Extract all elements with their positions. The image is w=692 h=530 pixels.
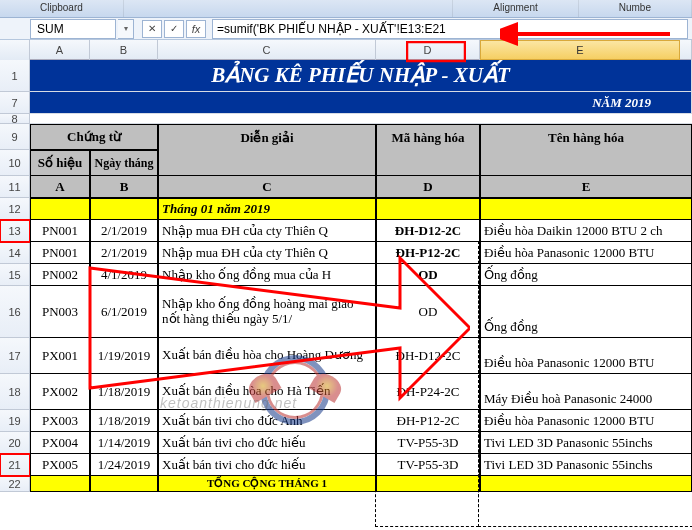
row-header[interactable]: 8 [0, 114, 30, 124]
cells-area[interactable]: BẢNG KÊ PHIẾU NHẬP - XUẤT NĂM 2019 Chứng… [30, 60, 692, 492]
row-header[interactable]: 7 [0, 92, 30, 114]
cell-date[interactable]: 1/18/2019 [90, 410, 158, 432]
select-all-corner[interactable] [0, 40, 30, 60]
cell-date[interactable]: 4/1/2019 [90, 264, 158, 286]
cancel-formula-button[interactable]: ✕ [142, 20, 162, 38]
cell-tenhang[interactable]: Máy Điều hoà Panasonic 24000 [480, 374, 692, 410]
cell-tenhang[interactable]: Điều hòa Daikin 12000 BTU 2 ch [480, 220, 692, 242]
row-header[interactable]: 15 [0, 264, 30, 286]
hdr-sohieu: Số hiệu [30, 150, 90, 176]
cell-date[interactable]: 1/24/2019 [90, 454, 158, 476]
hdr-tenhang: Tên hàng hóa [480, 124, 692, 150]
cell-date[interactable]: 1/18/2019 [90, 374, 158, 410]
ribbon-group-number: Numbe [579, 0, 692, 17]
cell-diengiai[interactable]: Xuất bán điều hòa cho Hoàng Dương [158, 338, 376, 374]
cell-date[interactable]: 1/19/2019 [90, 338, 158, 374]
col-header-f[interactable] [680, 40, 692, 60]
cell-mahang[interactable]: TV-P55-3D [376, 454, 480, 476]
month-cell[interactable] [376, 198, 480, 220]
hdr-ngaythang: Ngày tháng [90, 150, 158, 176]
formula-row: SUM ▾ ✕ ✓ fx =sumif('BK PHIẾU NHẬP - XUẤ… [0, 18, 692, 40]
cell-sohieu[interactable]: PX003 [30, 410, 90, 432]
cell-tenhang[interactable]: Ống đồng [480, 286, 692, 338]
row-header[interactable]: 22 [0, 476, 30, 492]
hdr-e: E [480, 176, 692, 198]
row-header[interactable]: 19 [0, 410, 30, 432]
month-cell[interactable] [30, 198, 90, 220]
col-header-c[interactable]: C [158, 40, 376, 60]
cell-mahang[interactable]: ĐH-D12-2C [376, 338, 480, 374]
col-header-d[interactable]: D [376, 40, 480, 60]
cell-diengiai[interactable]: Nhập kho ống đồng mua của H [158, 264, 376, 286]
cell-sohieu[interactable]: PX004 [30, 432, 90, 454]
cell-mahang[interactable]: OD [376, 286, 480, 338]
cell-date[interactable]: 2/1/2019 [90, 220, 158, 242]
row-header[interactable]: 14 [0, 242, 30, 264]
cell-diengiai[interactable]: Xuất bán tivi cho đức hiếu [158, 432, 376, 454]
cell-mahang[interactable]: ĐH-P12-2C [376, 410, 480, 432]
hdr-chungtu: Chứng từ [30, 124, 158, 150]
formula-bar[interactable]: =sumif('BK PHIẾU NHẬP - XUẤT'!E13:E21 [212, 19, 688, 39]
insert-function-button[interactable]: fx [186, 20, 206, 38]
cell-diengiai[interactable]: Nhập mua ĐH của cty Thiên Q [158, 220, 376, 242]
fx-icon: fx [192, 23, 201, 35]
cell-sohieu[interactable]: PN001 [30, 242, 90, 264]
cell-date[interactable]: 1/14/2019 [90, 432, 158, 454]
cell-diengiai[interactable]: Xuất bán tivi cho đức hiếu [158, 454, 376, 476]
row-header[interactable]: 9 [0, 124, 30, 150]
col-header-a[interactable]: A [30, 40, 90, 60]
col-header-b[interactable]: B [90, 40, 158, 60]
cell-date[interactable]: 6/1/2019 [90, 286, 158, 338]
ribbon-group-alignment: Alignment [453, 0, 578, 17]
hdr-mahang: Mã hàng hóa [376, 124, 480, 150]
hdr-d: D [376, 176, 480, 198]
total-label[interactable]: TỔNG CỘNG THÁNG 1 [158, 476, 376, 492]
cell-diengiai[interactable]: Nhập kho ống đồng hoàng mai giao nốt hàn… [158, 286, 376, 338]
cell-sohieu[interactable]: PN002 [30, 264, 90, 286]
row-header[interactable]: 18 [0, 374, 30, 410]
hdr-a: A [30, 176, 90, 198]
enter-formula-button[interactable]: ✓ [164, 20, 184, 38]
cell-mahang[interactable]: TV-P55-3D [376, 432, 480, 454]
total-cell[interactable] [30, 476, 90, 492]
row-header[interactable]: 12 [0, 198, 30, 220]
cell-tenhang[interactable]: Điều hòa Panasonic 12000 BTU [480, 410, 692, 432]
month-cell[interactable] [90, 198, 158, 220]
cell-sohieu[interactable]: PX005 [30, 454, 90, 476]
row-header[interactable]: 11 [0, 176, 30, 198]
row-header[interactable]: 13 [0, 220, 30, 242]
cell-sohieu[interactable]: PX002 [30, 374, 90, 410]
cell-tenhang[interactable]: Tivi LED 3D Panasonic 55inchs [480, 454, 692, 476]
cell-mahang[interactable]: OD [376, 264, 480, 286]
cell-tenhang[interactable]: Ống đồng [480, 264, 692, 286]
row-header[interactable]: 1 [0, 60, 30, 92]
name-box-dropdown[interactable]: ▾ [118, 19, 134, 39]
month-label[interactable]: Tháng 01 năm 2019 [158, 198, 376, 220]
cell-sohieu[interactable]: PN001 [30, 220, 90, 242]
row-header[interactable]: 10 [0, 150, 30, 176]
cell-tenhang[interactable]: Điều hòa Panasonic 12000 BTU [480, 242, 692, 264]
cell-sohieu[interactable]: PX001 [30, 338, 90, 374]
cell-diengiai[interactable]: Xuất bán tivi cho đức Anh [158, 410, 376, 432]
total-cell[interactable] [90, 476, 158, 492]
total-cell[interactable] [376, 476, 480, 492]
cell-sohieu[interactable]: PN003 [30, 286, 90, 338]
ribbon-group-clipboard: Clipboard [0, 0, 124, 17]
cell-mahang[interactable]: ĐH-P12-2C [376, 242, 480, 264]
cell-diengiai[interactable]: Nhập mua ĐH của cty Thiên Q [158, 242, 376, 264]
cell-tenhang[interactable]: Tivi LED 3D Panasonic 55inchs [480, 432, 692, 454]
cell-diengiai[interactable]: Xuất bán điều hòa cho Hà Tiến [158, 374, 376, 410]
cell-mahang[interactable]: ĐH-D12-2C [376, 220, 480, 242]
cell-date[interactable]: 2/1/2019 [90, 242, 158, 264]
total-cell[interactable] [480, 476, 692, 492]
row-header[interactable]: 20 [0, 432, 30, 454]
cell-mahang[interactable]: ĐH-P24-2C [376, 374, 480, 410]
col-header-e[interactable]: E [480, 40, 680, 60]
row-header[interactable]: 21 [0, 454, 30, 476]
column-headers: A B C D E [0, 40, 692, 60]
name-box[interactable]: SUM [30, 19, 116, 39]
row-header[interactable]: 17 [0, 338, 30, 374]
cell-tenhang[interactable]: Điều hòa Panasonic 12000 BTU [480, 338, 692, 374]
row-header[interactable]: 16 [0, 286, 30, 338]
month-cell[interactable] [480, 198, 692, 220]
